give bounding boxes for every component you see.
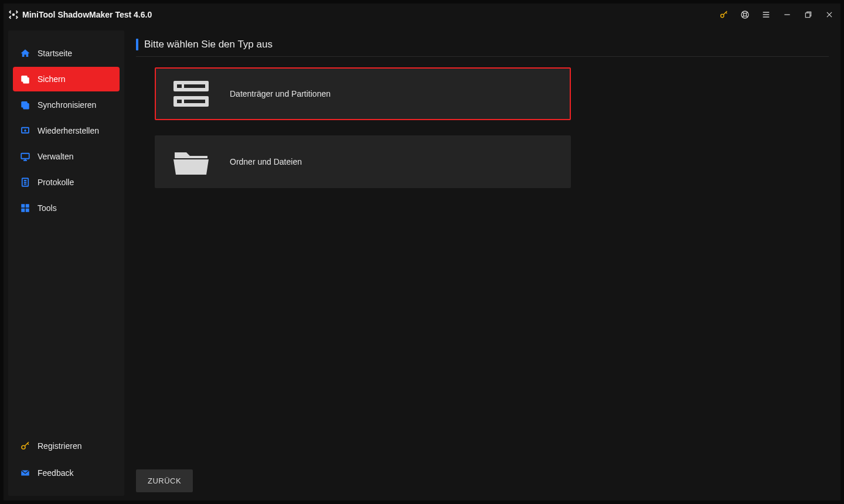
sidebar-item-verwalten[interactable]: Verwalten [13, 144, 120, 169]
folder-icon [170, 144, 212, 179]
svg-point-3 [743, 13, 746, 16]
svg-rect-10 [21, 154, 29, 159]
option-disks-partitions[interactable]: Datenträger und Partitionen [155, 67, 571, 120]
app-logo: MiniTool ShadowMaker Test 4.6.0 [8, 9, 152, 20]
svg-rect-22 [184, 100, 205, 103]
page-heading: Bitte wählen Sie den Typ aus [136, 39, 829, 57]
type-options: Datenträger und Partitionen Ordner und D… [136, 67, 829, 188]
svg-point-0 [12, 13, 15, 16]
key-icon[interactable] [719, 9, 729, 20]
disk-icon [170, 76, 212, 111]
menu-icon[interactable] [761, 9, 771, 20]
page-title: Bitte wählen Sie den Typ aus [144, 39, 273, 50]
sidebar-nav: Startseite Sichern Synchronisieren [8, 41, 124, 222]
svg-rect-8 [23, 103, 29, 110]
sync-icon [20, 100, 30, 110]
key-icon [20, 441, 30, 451]
backup-icon [20, 74, 30, 84]
sidebar-item-label: Feedback [38, 468, 73, 478]
sidebar-item-label: Sichern [38, 74, 65, 84]
sidebar-item-label: Tools [38, 203, 57, 213]
app-logo-icon [8, 9, 19, 20]
svg-rect-19 [177, 84, 182, 88]
lifebuoy-icon[interactable] [740, 9, 750, 20]
sidebar-item-label: Registrieren [38, 441, 81, 451]
restore-icon [20, 125, 30, 136]
heading-accent-bar [136, 39, 138, 50]
sidebar-item-synchronisieren[interactable]: Synchronisieren [13, 93, 120, 117]
sidebar-item-label: Protokolle [38, 178, 74, 187]
svg-rect-12 [21, 204, 25, 207]
manage-icon [20, 151, 30, 162]
main-panel: Bitte wählen Sie den Typ aus [124, 26, 840, 500]
svg-rect-6 [23, 77, 29, 84]
minimize-icon[interactable] [782, 9, 792, 20]
close-icon[interactable] [824, 9, 835, 20]
svg-rect-13 [26, 204, 29, 207]
tools-icon [20, 203, 30, 213]
titlebar: MiniTool ShadowMaker Test 4.6.0 [4, 4, 840, 26]
svg-rect-4 [805, 13, 810, 18]
svg-rect-21 [177, 100, 182, 103]
content: Startseite Sichern Synchronisieren [4, 26, 840, 500]
svg-rect-20 [184, 84, 205, 88]
svg-point-16 [22, 445, 25, 449]
option-label: Ordner und Dateien [230, 157, 302, 166]
sidebar-item-label: Synchronisieren [38, 100, 96, 110]
back-button[interactable]: ZURÜCK [136, 469, 193, 492]
sidebar-item-label: Wiederherstellen [38, 126, 99, 135]
option-label: Datenträger und Partitionen [230, 89, 331, 98]
svg-point-1 [721, 14, 724, 17]
logs-icon [20, 177, 30, 188]
sidebar-item-protokolle[interactable]: Protokolle [13, 170, 120, 195]
svg-rect-14 [21, 209, 25, 212]
mail-icon [20, 468, 30, 478]
main-footer: ZURÜCK [136, 462, 829, 492]
sidebar: Startseite Sichern Synchronisieren [8, 30, 124, 496]
app-window: MiniTool ShadowMaker Test 4.6.0 [4, 4, 840, 500]
home-icon [20, 48, 30, 59]
sidebar-bottom: Registrieren Feedback [8, 434, 124, 490]
app-title: MiniTool ShadowMaker Test 4.6.0 [22, 10, 152, 19]
sidebar-item-label: Verwalten [38, 152, 73, 161]
sidebar-item-wiederherstellen[interactable]: Wiederherstellen [13, 118, 120, 143]
svg-rect-15 [26, 209, 29, 212]
sidebar-item-feedback[interactable]: Feedback [13, 461, 120, 485]
sidebar-item-startseite[interactable]: Startseite [13, 41, 120, 66]
maximize-icon[interactable] [803, 9, 814, 20]
window-buttons [719, 9, 835, 20]
sidebar-item-label: Startseite [38, 49, 72, 58]
sidebar-item-registrieren[interactable]: Registrieren [13, 434, 120, 458]
option-folders-files[interactable]: Ordner und Dateien [155, 135, 571, 188]
sidebar-item-tools[interactable]: Tools [13, 196, 120, 220]
sidebar-item-sichern[interactable]: Sichern [13, 67, 120, 91]
